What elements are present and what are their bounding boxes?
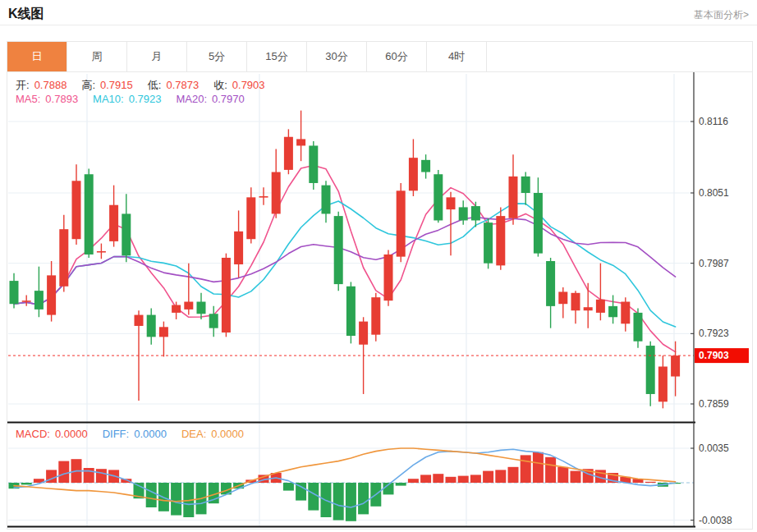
svg-text:-0.0038: -0.0038 xyxy=(699,515,732,526)
legend-label: 高: xyxy=(81,79,95,91)
legend-value: 0.7893 xyxy=(45,93,78,105)
kline-chart-area: 开:0.7888高:0.7915低:0.7873收:0.7903 MA5:0.7… xyxy=(7,72,753,530)
legend-value: 0.7888 xyxy=(34,79,67,91)
page-header: K线图 基本面分析> xyxy=(0,0,757,25)
svg-text:0.7859: 0.7859 xyxy=(699,398,729,410)
legend-label: DEA: xyxy=(181,428,206,440)
tab-timeframe-6[interactable]: 60分 xyxy=(367,42,427,71)
tab-timeframe-7[interactable]: 4时 xyxy=(427,42,487,71)
svg-text:0.0035: 0.0035 xyxy=(699,443,729,454)
tab-timeframe-5[interactable]: 30分 xyxy=(307,42,367,71)
candlestick-macd-chart: 0.81160.80510.79870.79230.78590.0035-0.0… xyxy=(7,72,752,528)
legend-label: MA10: xyxy=(93,93,124,105)
fundamental-analysis-link[interactable]: 基本面分析> xyxy=(694,8,749,22)
timeframe-tab-bar: 日周月5分15分30分60分4时 xyxy=(7,41,753,72)
ohlc-legend: 开:0.7888高:0.7915低:0.7873收:0.7903 xyxy=(16,78,280,93)
tab-timeframe-3[interactable]: 5分 xyxy=(187,42,247,71)
legend-label: 收: xyxy=(213,79,227,91)
tab-timeframe-1[interactable]: 周 xyxy=(67,42,127,71)
tab-timeframe-4[interactable]: 15分 xyxy=(247,42,307,71)
page-title: K线图 xyxy=(8,6,44,23)
svg-text:0.8051: 0.8051 xyxy=(699,187,729,199)
svg-text:0.8116: 0.8116 xyxy=(699,116,728,127)
legend-label: DIFF: xyxy=(103,428,130,440)
legend-value: 0.7903 xyxy=(232,79,265,91)
legend-label: MA20: xyxy=(176,93,207,105)
legend-value: 0.7923 xyxy=(129,93,162,105)
legend-value: 0.0000 xyxy=(134,428,167,440)
macd-legend: MACD:0.0000DIFF:0.0000DEA:0.0000 xyxy=(16,428,259,440)
tab-timeframe-0[interactable]: 日 xyxy=(7,42,67,71)
legend-label: 开: xyxy=(16,79,30,91)
tab-timeframe-2[interactable]: 月 xyxy=(127,42,187,71)
svg-text:0.7987: 0.7987 xyxy=(699,258,729,269)
legend-value: 0.7915 xyxy=(100,79,133,91)
ma-legend: MA5:0.7893MA10:0.7923MA20:0.7970 xyxy=(16,93,259,105)
legend-label: MACD: xyxy=(16,428,50,440)
svg-text:0.7903: 0.7903 xyxy=(699,350,729,361)
svg-text:0.7923: 0.7923 xyxy=(699,328,729,339)
legend-label: MA5: xyxy=(16,93,40,105)
legend-value: 0.0000 xyxy=(55,428,88,440)
legend-value: 0.7873 xyxy=(166,79,199,91)
legend-value: 0.0000 xyxy=(211,428,244,440)
legend-value: 0.7970 xyxy=(212,93,245,105)
legend-label: 低: xyxy=(148,79,162,91)
